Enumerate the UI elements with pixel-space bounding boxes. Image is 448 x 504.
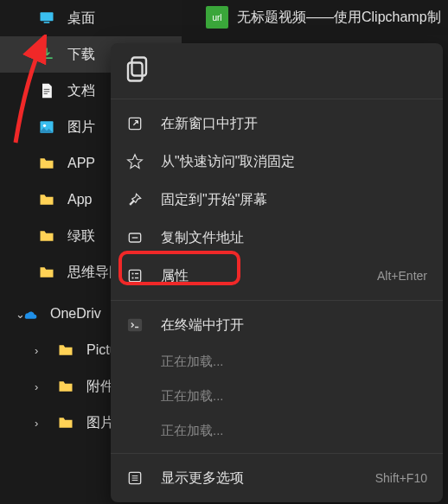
menu-item-open-terminal[interactable]: 在终端中打开	[111, 306, 443, 344]
folder-icon	[38, 155, 55, 172]
menu-item-copy-path[interactable]: 复制文件地址	[111, 219, 443, 257]
sidebar-item-label: 图片	[67, 118, 95, 137]
sidebar-item-label: 下载	[67, 46, 95, 64]
menu-divider	[111, 453, 443, 454]
picture-icon	[38, 118, 55, 136]
sidebar-item-desktop[interactable]: 桌面	[0, 0, 182, 36]
desktop-icon	[38, 10, 55, 27]
terminal-icon	[126, 316, 144, 334]
sidebar-item-label: 桌面	[67, 10, 95, 28]
svg-rect-5	[128, 63, 143, 81]
document-icon	[38, 82, 55, 99]
folder-icon	[57, 378, 74, 395]
menu-item-label: 显示更多选项	[161, 469, 358, 488]
menu-item-label: 从"快速访问"取消固定	[161, 153, 427, 171]
menu-item-show-more[interactable]: 显示更多选项 Shift+F10	[111, 459, 443, 497]
folder-icon	[57, 414, 74, 431]
svg-point-10	[131, 277, 133, 278]
sidebar-item-label: OneDriv	[50, 306, 101, 322]
menu-item-shortcut: Alt+Enter	[377, 269, 427, 283]
menu-item-shortcut: Shift+F10	[375, 471, 427, 485]
svg-rect-0	[41, 12, 54, 21]
open-window-icon	[126, 115, 144, 132]
menu-item-open-new-window[interactable]: 在新窗口中打开	[111, 105, 443, 143]
svg-rect-1	[44, 22, 50, 23]
sidebar-item-label: APP	[67, 156, 95, 171]
svg-point-3	[43, 124, 46, 127]
more-options-icon	[126, 469, 144, 487]
menu-divider	[111, 300, 443, 301]
folder-icon	[57, 341, 74, 359]
copy-icon[interactable]	[123, 54, 154, 85]
download-icon	[38, 46, 55, 63]
menu-item-label: 复制文件地址	[161, 229, 427, 247]
menu-item-label: 固定到"开始"屏幕	[161, 191, 427, 209]
file-row[interactable]: url 无标题视频——使用Clipchamp制	[182, 0, 448, 35]
svg-rect-8	[129, 270, 140, 281]
menu-item-unpin-quick-access[interactable]: 从"快速访问"取消固定	[111, 143, 443, 181]
folder-icon	[38, 191, 55, 208]
menu-divider	[111, 99, 443, 99]
properties-icon	[126, 267, 144, 284]
folder-icon	[38, 227, 55, 245]
copy-path-icon	[126, 229, 144, 246]
menu-loading-1: 正在加载...	[111, 344, 443, 379]
chevron-down-icon[interactable]: ⌄	[16, 308, 29, 321]
unpin-icon	[126, 153, 144, 170]
menu-loading-3: 正在加载...	[111, 413, 443, 448]
chevron-right-icon[interactable]: ›	[35, 344, 48, 357]
pin-icon	[126, 191, 144, 208]
sidebar-item-label: 文档	[67, 82, 95, 100]
svg-rect-11	[129, 319, 142, 330]
folder-icon	[38, 264, 55, 281]
menu-item-label: 属性	[161, 267, 360, 285]
svg-rect-4	[132, 58, 147, 76]
context-menu: 在新窗口中打开 从"快速访问"取消固定 固定到"开始"屏幕 复制文件地址 属性 …	[111, 43, 443, 502]
menu-loading-2: 正在加载...	[111, 379, 443, 413]
menu-quick-actions	[111, 48, 443, 93]
menu-item-label: 在新窗口中打开	[161, 115, 427, 133]
chevron-right-icon[interactable]: ›	[35, 417, 48, 430]
file-name: 无标题视频——使用Clipchamp制	[237, 9, 441, 27]
video-thumbnail-icon: url	[206, 6, 228, 29]
svg-point-9	[131, 272, 133, 274]
chevron-right-icon[interactable]: ›	[35, 380, 48, 393]
menu-item-properties[interactable]: 属性 Alt+Enter	[111, 257, 443, 295]
menu-item-label: 在终端中打开	[161, 316, 427, 335]
menu-item-pin-start[interactable]: 固定到"开始"屏幕	[111, 181, 443, 219]
sidebar-item-label: 绿联	[67, 227, 95, 246]
sidebar-item-label: App	[67, 192, 92, 207]
